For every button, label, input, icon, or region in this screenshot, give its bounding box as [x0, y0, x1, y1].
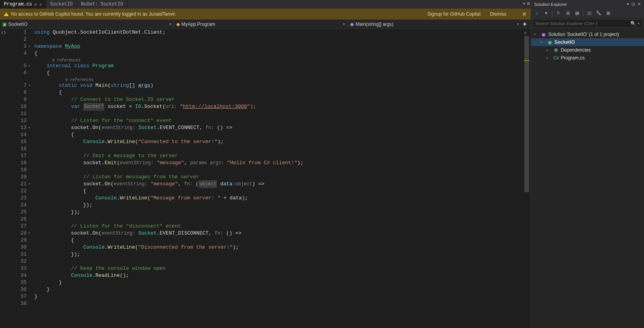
tab-socketio[interactable]: SocketIO — [46, 0, 77, 9]
signup-copilot-link[interactable]: Signup for GitHub Copilot — [427, 11, 481, 17]
brackets-icon[interactable]: ❮❯ — [1, 30, 6, 35]
code-line[interactable]: }); — [34, 251, 523, 258]
code-line[interactable]: // Listen for the "disconnect" event — [34, 223, 523, 230]
search-input[interactable] — [535, 21, 630, 26]
class-icon: ◆ — [176, 22, 180, 27]
switch-views-icon[interactable]: ▾ — [543, 9, 550, 16]
close-warning-icon[interactable]: ✕ — [522, 11, 527, 17]
code-line[interactable]: { — [34, 50, 523, 57]
code-line[interactable]: Console.ReadLine(); — [34, 272, 523, 279]
pin-icon[interactable]: ⊙ — [34, 2, 37, 7]
breadcrumb: ▣ SocketIO ▾ ◆ MyApp.Program ▾ ◉ Main(st… — [0, 20, 531, 29]
line-number: 17 — [7, 152, 27, 160]
code-line[interactable]: { — [34, 237, 523, 244]
code-line[interactable]: }); — [34, 202, 523, 209]
line-number: 4 — [7, 50, 27, 57]
line-number: 29 — [7, 237, 27, 244]
line-number: 5▾ — [7, 63, 27, 70]
code-line[interactable]: } — [34, 279, 523, 286]
line-number: 27 — [7, 223, 27, 230]
breadcrumb-project[interactable]: ▣ SocketIO — [2, 22, 167, 27]
code-line[interactable] — [34, 300, 523, 307]
code-line[interactable]: // Keep the console window open — [34, 265, 523, 272]
code-line[interactable]: { — [34, 70, 523, 77]
solution-tree[interactable]: ▿▣Solution 'SocketIO' (1 of 1 project)▿▣… — [531, 29, 644, 328]
preview-icon[interactable]: ◫ — [586, 9, 593, 16]
code-line[interactable] — [34, 216, 523, 223]
close-icon[interactable]: ✕ — [637, 2, 641, 7]
line-number: 13▾ — [7, 124, 27, 131]
chevron-down-icon[interactable]: ▾ — [343, 22, 345, 26]
code-line[interactable]: using Quobject.SocketIoClientDotNet.Clie… — [34, 29, 523, 36]
code-line[interactable]: { — [34, 131, 523, 138]
tab-label: NuGet: SocketIO — [81, 2, 123, 7]
code-line[interactable] — [34, 167, 523, 174]
search-icon[interactable]: 🔍 — [630, 21, 636, 26]
tree-item[interactable]: ▹⚙Dependencies — [531, 46, 644, 54]
tab-nuget-socketio[interactable]: NuGet: SocketIO — [77, 0, 127, 9]
code-editor[interactable]: ❮❯ 123▾45▾67▾8910111213▾1415161718192021… — [0, 29, 531, 328]
overview-ruler[interactable]: ⚠ — [523, 29, 531, 328]
code-line[interactable]: // Listen for the "connect" event — [34, 117, 523, 124]
code-line[interactable] — [34, 110, 523, 117]
code-line[interactable]: { — [34, 89, 523, 96]
view-settings-icon[interactable]: ⊞ — [605, 9, 612, 16]
search-dropdown-icon[interactable]: ▾ — [638, 22, 640, 25]
expand-icon[interactable]: ▿ — [534, 32, 539, 36]
code-content[interactable]: using Quobject.SocketIoClientDotNet.Clie… — [30, 29, 523, 328]
code-line[interactable]: // Connect to the Socket.IO server — [34, 96, 523, 103]
code-line[interactable] — [34, 258, 523, 265]
chevron-down-icon[interactable]: ▾ — [169, 22, 171, 26]
code-line[interactable]: static void Main(string[] args) — [34, 82, 523, 89]
show-all-files-icon[interactable]: ▤ — [574, 9, 581, 16]
home-icon[interactable]: ⌂ — [533, 9, 540, 16]
tree-item[interactable]: ▿▣SocketIO — [531, 38, 644, 46]
code-line[interactable]: // Emit a message to the server — [34, 152, 523, 160]
split-editor-icon[interactable]: ✚ — [521, 22, 528, 27]
line-number: 20 — [7, 174, 27, 181]
tree-item[interactable]: ▿▣Solution 'SocketIO' (1 of 1 project) — [531, 30, 644, 38]
expand-icon[interactable]: ▹ — [547, 56, 551, 60]
tab-overflow-icon[interactable]: ▾ — [523, 1, 526, 7]
reference-hint[interactable]: 0 references — [34, 57, 523, 63]
close-icon[interactable]: ✕ — [39, 2, 42, 7]
code-line[interactable]: Console.WriteLine("Message from server: … — [34, 195, 523, 202]
breadcrumb-method[interactable]: ◉ Main(string[] args) — [350, 22, 515, 27]
solution-explorer: Solution Explorer ▾ ⊡ ✕ ⌂ ▾ ↻ ⊟ ▤ ◫ 🔧 ⊞ … — [531, 0, 644, 328]
code-line[interactable]: socket.Emit(eventString: "message", para… — [34, 160, 523, 167]
code-line[interactable]: }); — [34, 209, 523, 216]
code-line[interactable]: socket.On(eventString: Socket.EVENT_DISC… — [34, 230, 523, 237]
dismiss-link[interactable]: Dismiss — [490, 11, 506, 17]
scrollbar-thumb[interactable] — [524, 36, 529, 192]
line-number: 21▾ — [7, 181, 27, 188]
code-line[interactable]: internal class Program — [34, 63, 523, 70]
code-line[interactable]: socket.On(eventString: "message", fn: (o… — [34, 181, 523, 188]
code-line[interactable]: // Listen for messages from the server — [34, 174, 523, 181]
window-dropdown-icon[interactable]: ▾ — [627, 2, 629, 7]
expand-icon[interactable]: ▹ — [547, 48, 551, 52]
expand-icon[interactable]: ▿ — [540, 40, 545, 44]
code-line[interactable]: } — [34, 286, 523, 293]
tree-item[interactable]: ▹C#Program.cs — [531, 54, 644, 62]
code-line[interactable]: { — [34, 188, 523, 195]
collapse-all-icon[interactable]: ⊟ — [564, 9, 571, 16]
code-line[interactable]: var Socket? socket = IO.Socket(uri: "htt… — [34, 103, 523, 110]
code-line[interactable]: socket.On(eventString: Socket.EVENT_CONN… — [34, 124, 523, 131]
code-line[interactable] — [34, 36, 523, 43]
reference-hint[interactable]: 0 references — [34, 77, 523, 82]
code-line[interactable]: Console.WriteLine("Connected to the serv… — [34, 138, 523, 145]
code-line[interactable] — [34, 145, 523, 152]
code-line[interactable]: namespace MyApp — [34, 43, 523, 50]
solution-search[interactable]: 🔍 ▾ — [533, 19, 642, 28]
sync-icon[interactable]: ↻ — [555, 9, 562, 16]
line-number: 23 — [7, 195, 27, 202]
warning-icon — [4, 12, 9, 16]
tab-program-cs[interactable]: Program.cs ⊙ ✕ — [0, 0, 46, 9]
properties-icon[interactable]: 🔧 — [595, 9, 602, 16]
tab-settings-icon[interactable]: ⚙ — [527, 1, 530, 7]
breadcrumb-class[interactable]: ◆ MyApp.Program — [176, 22, 341, 27]
code-line[interactable]: } — [34, 293, 523, 300]
chevron-down-icon[interactable]: ▾ — [517, 22, 519, 26]
code-line[interactable]: Console.WriteLine("Disconnected from the… — [34, 244, 523, 251]
pin-icon[interactable]: ⊡ — [631, 2, 635, 7]
